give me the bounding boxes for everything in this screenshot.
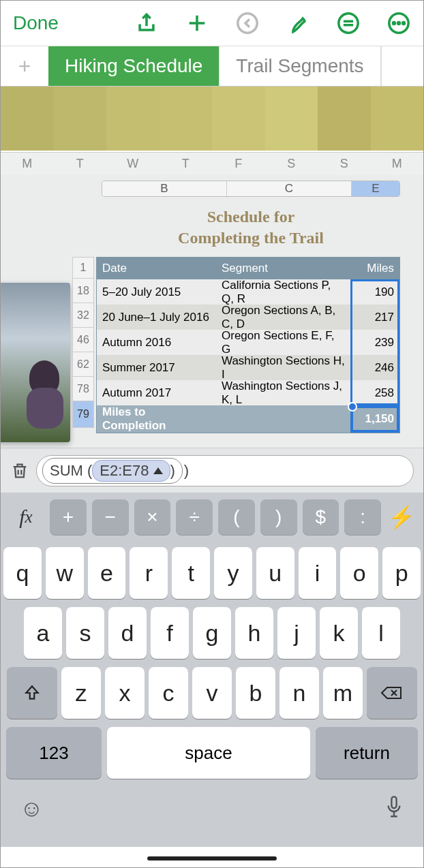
sheet-tab-overflow[interactable] xyxy=(381,46,389,86)
op-minus-key[interactable]: − xyxy=(92,499,129,535)
key-i[interactable]: i xyxy=(299,547,337,599)
table-row[interactable]: 5–20 July 2015California Sections P, Q, … xyxy=(97,279,399,305)
row-header[interactable]: 1 xyxy=(72,257,94,279)
backspace-key[interactable] xyxy=(367,667,417,719)
emoji-key[interactable]: ☺ xyxy=(20,795,44,822)
op-plus-key[interactable]: + xyxy=(50,499,87,535)
selection-handle[interactable] xyxy=(348,402,357,412)
table-row[interactable]: Summer 2017Washington Sections H, I246 xyxy=(97,355,399,380)
key-a[interactable]: a xyxy=(24,607,62,659)
paren-close-key[interactable]: ) xyxy=(260,499,297,535)
svg-point-3 xyxy=(393,22,395,25)
row-header[interactable]: 78 xyxy=(72,376,94,401)
format-brush-icon[interactable] xyxy=(286,11,310,35)
key-y[interactable]: y xyxy=(214,547,252,599)
col-segment: Segment xyxy=(216,258,350,279)
key-q[interactable]: q xyxy=(3,547,42,599)
key-v[interactable]: v xyxy=(192,667,232,719)
photo-thumbnail[interactable] xyxy=(0,283,70,442)
key-o[interactable]: o xyxy=(340,547,378,599)
key-l[interactable]: l xyxy=(362,607,400,659)
key-z[interactable]: z xyxy=(61,667,101,719)
space-key[interactable]: space xyxy=(107,727,310,779)
shift-key[interactable] xyxy=(7,667,57,719)
weekday: S xyxy=(318,153,371,175)
svg-point-5 xyxy=(403,22,405,25)
sheet-tab-inactive[interactable]: Trail Segments xyxy=(219,46,380,86)
row-header-selected[interactable]: 79 xyxy=(72,401,94,428)
col-header-selected[interactable]: E xyxy=(352,181,399,196)
weekday: W xyxy=(106,153,160,175)
dropdown-icon[interactable] xyxy=(153,467,163,474)
op-div-key[interactable]: ÷ xyxy=(176,499,213,535)
key-h[interactable]: h xyxy=(235,607,273,659)
col-header[interactable]: C xyxy=(227,181,352,196)
key-e[interactable]: e xyxy=(88,547,126,599)
keyboard: q w e r t y u i o p a s d f g h j k l z … xyxy=(1,542,423,786)
key-p[interactable]: p xyxy=(382,547,421,599)
formula-key-row: fx + − × ÷ ( ) $ : ⚡ xyxy=(1,493,423,542)
row-header[interactable]: 46 xyxy=(72,327,94,352)
row-headers[interactable]: 1 18 32 46 62 78 79 xyxy=(72,257,94,427)
key-r[interactable]: r xyxy=(130,547,168,599)
numeric-key[interactable]: 123 xyxy=(6,727,102,779)
key-j[interactable]: j xyxy=(277,607,316,659)
spreadsheet-canvas[interactable]: B C E 1 18 32 46 62 78 79 Schedule forCo… xyxy=(1,175,423,448)
row-header[interactable]: 18 xyxy=(72,278,94,303)
sheet-tab-active[interactable]: Hiking Schedule xyxy=(48,46,219,86)
key-d[interactable]: d xyxy=(108,607,147,659)
fx-key[interactable]: fx xyxy=(7,499,44,535)
column-headers[interactable]: B C E xyxy=(102,181,400,197)
paren-open-key[interactable]: ( xyxy=(218,499,255,535)
col-header[interactable]: B xyxy=(102,181,227,196)
key-n[interactable]: n xyxy=(279,667,319,719)
weekday: M xyxy=(1,153,54,175)
svg-point-4 xyxy=(398,22,400,25)
key-c[interactable]: c xyxy=(149,667,188,719)
share-icon[interactable] xyxy=(134,11,159,35)
more-icon[interactable] xyxy=(387,11,411,35)
add-sheet-button[interactable]: + xyxy=(1,46,48,86)
key-g[interactable]: g xyxy=(193,607,231,659)
weekday: F xyxy=(212,153,265,175)
table-header-row: Date Segment Miles xyxy=(97,258,399,279)
dollar-key[interactable]: $ xyxy=(303,499,339,535)
svg-point-0 xyxy=(238,14,257,33)
data-table[interactable]: Date Segment Miles 5–20 July 2015Califor… xyxy=(96,257,400,433)
key-b[interactable]: b xyxy=(236,667,275,719)
quick-formula-key[interactable]: ⚡ xyxy=(387,499,417,535)
weekday: S xyxy=(265,153,318,175)
key-f[interactable]: f xyxy=(151,607,189,659)
formula-bar: SUM ( E2:E78 ) ) xyxy=(1,448,423,493)
table-title: Schedule forCompleting the Trail xyxy=(102,206,400,249)
undo-icon[interactable] xyxy=(235,11,260,35)
insert-icon[interactable] xyxy=(336,11,361,35)
key-k[interactable]: k xyxy=(320,607,358,659)
formula-range-pill[interactable]: E2:E78 xyxy=(92,460,170,482)
key-u[interactable]: u xyxy=(256,547,294,599)
svg-point-1 xyxy=(339,14,358,33)
row-header[interactable]: 62 xyxy=(72,352,94,377)
colon-key[interactable]: : xyxy=(344,499,381,535)
done-button[interactable]: Done xyxy=(13,12,59,34)
formula-function-pill[interactable]: SUM ( E2:E78 ) xyxy=(42,458,183,484)
sheet-tabs: + Hiking Schedule Trail Segments xyxy=(1,46,423,87)
home-indicator[interactable] xyxy=(147,856,277,861)
delete-formula-icon[interactable] xyxy=(10,461,29,480)
op-mult-key[interactable]: × xyxy=(134,499,171,535)
return-key[interactable]: return xyxy=(316,727,418,779)
formula-input[interactable]: SUM ( E2:E78 ) ) xyxy=(36,455,414,486)
key-m[interactable]: m xyxy=(323,667,363,719)
toolbar-icons xyxy=(134,11,411,35)
key-x[interactable]: x xyxy=(105,667,145,719)
table-row[interactable]: 20 June–1 July 2016Oregon Sections A, B,… xyxy=(97,305,399,330)
key-s[interactable]: s xyxy=(66,607,104,659)
col-miles: Miles xyxy=(350,258,399,279)
table-row[interactable]: Autumn 2016Oregon Sections E, F, G239 xyxy=(97,330,399,355)
add-icon[interactable] xyxy=(185,11,209,35)
toolbar: Done xyxy=(1,1,423,46)
row-header[interactable]: 32 xyxy=(72,303,94,328)
dictation-key[interactable] xyxy=(384,795,404,825)
key-w[interactable]: w xyxy=(46,547,84,599)
key-t[interactable]: t xyxy=(172,547,210,599)
